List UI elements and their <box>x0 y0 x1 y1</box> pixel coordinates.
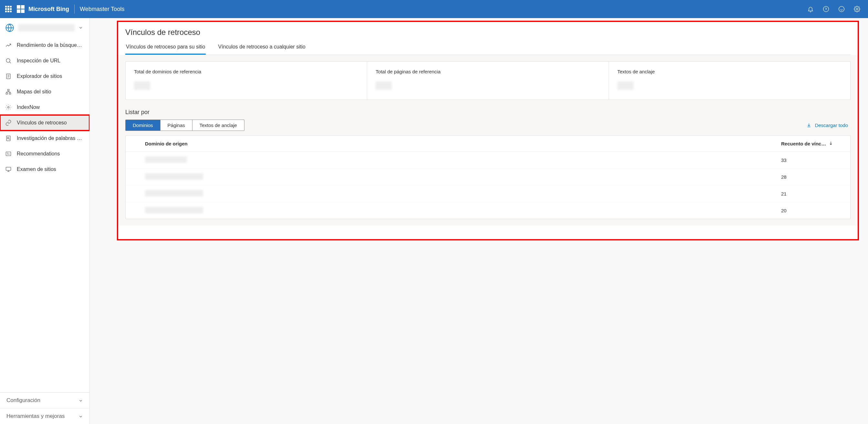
table-row[interactable]: 28 <box>126 169 850 186</box>
row-domain <box>145 190 781 197</box>
sidebar-item-indexnow[interactable]: IndexNow <box>0 100 89 115</box>
chevron-down-icon <box>79 398 83 403</box>
tabs: Vínculos de retroceso para su sitio Vínc… <box>125 44 850 55</box>
sidebar-item-sitemaps[interactable]: Mapas del sitio <box>0 84 89 100</box>
row-count: 33 <box>781 158 842 163</box>
sidebar-item-label: IndexNow <box>17 104 40 110</box>
feedback-icon[interactable] <box>838 6 845 12</box>
sidebar: Rendimiento de la búsque… Inspección de … <box>0 18 90 424</box>
settings-icon[interactable] <box>854 6 860 12</box>
sidebar-item-backlinks[interactable]: Vínculos de retroceso <box>0 115 89 131</box>
table-row[interactable]: 20 <box>126 202 850 219</box>
segment-domains[interactable]: Dominios <box>126 120 160 131</box>
product-name: Webmaster Tools <box>80 6 124 12</box>
search-icon <box>5 58 11 64</box>
svg-rect-13 <box>6 167 11 170</box>
list-controls: Dominios Páginas Textos de anclaje Desca… <box>125 119 850 131</box>
list-section: Listar por Dominios Páginas Textos de an… <box>125 109 850 219</box>
sidebar-item-label: Inspección de URL <box>17 58 60 64</box>
col-link-count-label: Recuento de vínc… <box>781 141 826 146</box>
sidebar-item-recommendations[interactable]: Recommendations <box>0 146 89 162</box>
sidebar-item-site-scan[interactable]: Examen de sitios <box>0 162 89 177</box>
link-icon <box>5 119 11 126</box>
brand-text: Microsoft Bing <box>28 6 69 12</box>
stat-value <box>617 81 633 90</box>
col-link-count[interactable]: Recuento de vínc… <box>781 141 842 146</box>
layout: Rendimiento de la búsque… Inspección de … <box>0 18 868 424</box>
stats-row: Total de dominios de referencia Total de… <box>125 61 850 100</box>
svg-rect-10 <box>6 136 10 141</box>
stat-referring-domains[interactable]: Total de dominios de referencia <box>126 62 367 100</box>
header-left: Microsoft Bing Webmaster Tools <box>5 4 124 13</box>
sidebar-item-performance[interactable]: Rendimiento de la búsque… <box>0 37 89 53</box>
site-selector[interactable] <box>0 18 89 37</box>
download-all-button[interactable]: Descargar todo <box>806 122 850 128</box>
svg-point-1 <box>839 6 844 12</box>
segmented-control: Dominios Páginas Textos de anclaje <box>125 119 244 131</box>
document-icon <box>5 73 11 80</box>
brand-group[interactable]: Microsoft Bing Webmaster Tools <box>17 4 124 13</box>
footer-item-label: Herramientas y mejoras <box>6 413 65 420</box>
tab-your-site[interactable]: Vínculos de retroceso para su sitio <box>125 44 206 55</box>
main: Vínculos de retroceso Vínculos de retroc… <box>90 18 868 424</box>
main-content-frame: Vínculos de retroceso Vínculos de retroc… <box>117 21 859 241</box>
svg-rect-6 <box>8 89 9 91</box>
stat-label: Total de páginas de referencia <box>376 69 600 74</box>
stat-value <box>376 81 392 90</box>
download-label: Descargar todo <box>815 122 848 128</box>
stat-referring-pages[interactable]: Total de páginas de referencia <box>367 62 609 100</box>
sidebar-item-site-explorer[interactable]: Explorador de sitios <box>0 68 89 84</box>
sidebar-item-label: Examen de sitios <box>17 166 56 172</box>
stat-anchor-texts[interactable]: Textos de anclaje <box>609 62 850 100</box>
sidebar-item-label: Explorador de sitios <box>17 73 62 79</box>
svg-point-0 <box>824 6 829 12</box>
segment-pages[interactable]: Páginas <box>160 120 192 131</box>
help-icon[interactable] <box>823 6 829 12</box>
nav: Rendimiento de la búsque… Inspección de … <box>0 37 89 392</box>
monitor-icon <box>5 166 11 173</box>
notifications-icon[interactable] <box>807 6 814 12</box>
domains-table: Dominio de origen Recuento de vínc… 33 <box>125 135 850 219</box>
trend-icon <box>5 42 11 49</box>
sidebar-item-label: Vínculos de retroceso <box>17 120 67 126</box>
segment-anchors[interactable]: Textos de anclaje <box>192 120 244 131</box>
sidebar-item-label: Recommendations <box>17 151 60 157</box>
app-header: Microsoft Bing Webmaster Tools <box>0 0 868 18</box>
chevron-down-icon <box>79 26 83 30</box>
globe-icon <box>5 23 14 32</box>
header-right <box>807 6 863 12</box>
gear-icon <box>5 104 11 111</box>
svg-rect-12 <box>6 152 11 156</box>
footer-item-label: Configuración <box>6 397 40 404</box>
sitemap-icon <box>5 89 11 95</box>
document-search-icon <box>5 135 11 142</box>
card-icon <box>5 150 11 157</box>
app-launcher-icon[interactable] <box>5 6 11 12</box>
sidebar-item-label: Investigación de palabras … <box>17 135 82 141</box>
table-row[interactable]: 33 <box>126 152 850 169</box>
sidebar-item-keyword-research[interactable]: Investigación de palabras … <box>0 131 89 146</box>
list-by-label: Listar por <box>125 109 850 116</box>
page-title: Vínculos de retroceso <box>125 28 850 37</box>
footer-item-tools[interactable]: Herramientas y mejoras <box>0 408 89 424</box>
sort-descending-icon <box>829 141 833 146</box>
col-source-domain[interactable]: Dominio de origen <box>145 141 781 146</box>
sidebar-item-url-inspection[interactable]: Inspección de URL <box>0 53 89 68</box>
tab-any-site[interactable]: Vínculos de retroceso a cualquier sitio <box>217 44 306 55</box>
stat-label: Textos de anclaje <box>617 69 842 74</box>
svg-rect-7 <box>6 93 8 94</box>
row-count: 28 <box>781 174 842 180</box>
row-count: 20 <box>781 208 842 213</box>
brand-separator <box>74 4 74 13</box>
sidebar-item-label: Rendimiento de la búsque… <box>17 43 82 48</box>
row-count: 21 <box>781 191 842 197</box>
download-icon <box>806 123 811 128</box>
stat-value <box>134 81 150 90</box>
row-domain <box>145 173 781 181</box>
sidebar-footer: Configuración Herramientas y mejoras <box>0 392 89 424</box>
footer-item-configuration[interactable]: Configuración <box>0 393 89 408</box>
row-domain <box>145 207 781 214</box>
table-row[interactable]: 21 <box>126 186 850 202</box>
svg-point-11 <box>7 137 9 139</box>
svg-point-2 <box>857 8 858 10</box>
